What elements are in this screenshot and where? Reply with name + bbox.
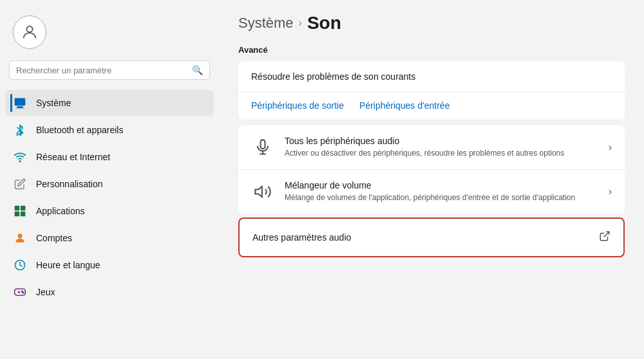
highlighted-card[interactable]: Autres paramètres audio: [238, 217, 625, 257]
setting-row-audio[interactable]: Tous les périphériques audio Activer ou …: [238, 125, 625, 170]
svg-rect-16: [261, 140, 265, 149]
svg-rect-3: [16, 107, 24, 109]
tabs-row: Périphériques de sortie Périphériques d'…: [238, 93, 625, 120]
breadcrumb-current: Son: [307, 13, 341, 33]
nav-list: Système Bluetooth et appareils Résea: [0, 90, 219, 305]
highlighted-title: Autres paramètres audio: [252, 232, 351, 243]
breadcrumb: Système › Son: [238, 13, 625, 33]
audio-device-icon: [251, 136, 274, 159]
systeme-icon: [13, 96, 27, 110]
volume-icon: [251, 180, 274, 203]
sidebar-item-label-bluetooth: Bluetooth et appareils: [36, 125, 123, 135]
svg-point-4: [19, 161, 21, 162]
breadcrumb-separator: ›: [299, 17, 302, 29]
setting-desc-audio: Activer ou désactiver des périphériques,…: [285, 148, 598, 159]
avance-card: Résoudre les problèmes de son courants P…: [238, 61, 625, 120]
sidebar-item-perso[interactable]: Personnalisation: [5, 171, 214, 197]
svg-line-20: [604, 232, 609, 237]
sidebar-item-jeux[interactable]: Jeux: [5, 279, 214, 305]
svg-point-0: [26, 26, 32, 32]
setting-title-audio: Tous les périphériques audio: [285, 136, 598, 146]
svg-marker-19: [255, 187, 262, 197]
wifi-icon: [13, 150, 27, 164]
sidebar-item-systeme[interactable]: Système: [5, 90, 214, 116]
sidebar-item-bluetooth[interactable]: Bluetooth et appareils: [5, 117, 214, 143]
sidebar-item-label-heure: Heure et langue: [36, 260, 100, 270]
sidebar-item-label-comptes: Comptes: [36, 233, 72, 243]
person-icon: [13, 231, 27, 245]
svg-rect-8: [21, 212, 26, 217]
sidebar-item-reseau[interactable]: Réseau et Internet: [5, 144, 214, 170]
settings-card: Tous les périphériques audio Activer ou …: [238, 125, 625, 214]
pencil-icon: [13, 177, 27, 191]
setting-title-volume: Mélangeur de volume: [285, 180, 598, 190]
sidebar-item-label-systeme: Système: [36, 98, 71, 108]
svg-rect-2: [17, 106, 23, 107]
avance-problems-text: Résoudre les problèmes de son courants: [251, 71, 415, 82]
sidebar-item-label-reseau: Réseau et Internet: [36, 152, 110, 162]
tab-sortie[interactable]: Périphériques de sortie: [251, 93, 344, 120]
search-icon: 🔍: [192, 65, 203, 75]
sidebar-item-comptes[interactable]: Comptes: [5, 225, 214, 251]
avatar: [13, 15, 46, 49]
sidebar: 🔍 Système Bluetooth et appareils: [0, 0, 219, 359]
svg-rect-7: [15, 212, 20, 217]
avance-problems-row: Résoudre les problèmes de son courants: [238, 61, 625, 93]
svg-rect-1: [15, 98, 26, 106]
search-input[interactable]: [16, 66, 187, 75]
external-link-icon: [599, 230, 611, 244]
setting-text-volume: Mélangeur de volume Mélange de volumes d…: [285, 180, 598, 203]
sidebar-item-label-apps: Applications: [36, 206, 85, 216]
breadcrumb-parent: Système: [238, 15, 294, 32]
apps-icon: [13, 204, 27, 218]
section-avance-label: Avancé: [238, 45, 625, 55]
sidebar-item-heure[interactable]: Heure et langue: [5, 252, 214, 278]
bluetooth-icon: [13, 123, 27, 137]
svg-rect-6: [21, 206, 26, 211]
sidebar-item-label-jeux: Jeux: [36, 287, 55, 297]
setting-desc-volume: Mélange de volumes de l'application, pér…: [285, 192, 598, 203]
chevron-icon-volume: ›: [609, 186, 612, 198]
highlighted-row: Autres paramètres audio: [240, 219, 623, 256]
tab-entree[interactable]: Périphériques d'entrée: [359, 93, 450, 120]
svg-rect-5: [15, 206, 20, 211]
clock-icon: [13, 258, 27, 272]
setting-row-volume[interactable]: Mélangeur de volume Mélange de volumes d…: [238, 170, 625, 214]
svg-point-9: [18, 234, 23, 238]
game-icon: [13, 285, 27, 299]
main-content: Système › Son Avancé Résoudre les problè…: [219, 0, 644, 359]
svg-point-15: [23, 292, 24, 293]
setting-text-audio: Tous les périphériques audio Activer ou …: [285, 136, 598, 159]
sidebar-item-label-perso: Personnalisation: [36, 179, 103, 189]
chevron-icon-audio: ›: [609, 142, 612, 153]
search-box[interactable]: 🔍: [9, 60, 210, 80]
sidebar-item-apps[interactable]: Applications: [5, 198, 214, 224]
